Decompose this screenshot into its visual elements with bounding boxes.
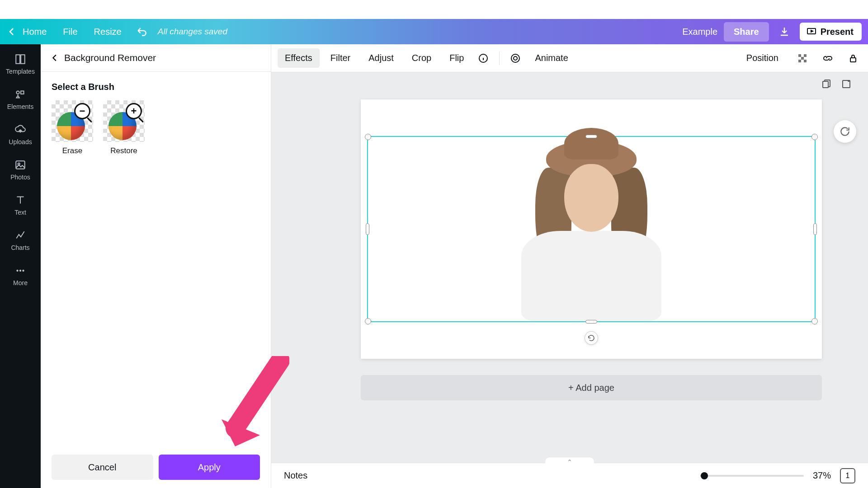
sidebar-item-label: Charts [11, 244, 29, 251]
main-sidebar: Templates Elements Uploads Photos Text C… [0, 44, 41, 488]
resize-handle-left[interactable] [366, 223, 369, 235]
svg-rect-1 [16, 55, 20, 64]
sidebar-item-uploads[interactable]: Uploads [0, 121, 41, 148]
resize-handle-br[interactable] [811, 318, 818, 324]
present-button[interactable]: Present [800, 23, 862, 41]
sidebar-item-label: Elements [7, 103, 33, 110]
add-page-button[interactable]: + Add page [361, 375, 822, 400]
svg-rect-17 [804, 60, 807, 62]
page-tools [821, 79, 852, 89]
svg-rect-15 [801, 57, 804, 60]
restore-brush-thumb: + [103, 100, 145, 142]
zoom-slider[interactable] [700, 475, 804, 477]
rotate-icon [587, 334, 595, 342]
design-page[interactable] [361, 99, 822, 359]
brush-label: Erase [62, 146, 82, 155]
canvas-area: Effects Filter Adjust Crop Flip Animate … [271, 44, 868, 488]
sidebar-item-templates[interactable]: Templates [0, 51, 41, 78]
elements-icon [14, 89, 26, 100]
flip-button[interactable]: Flip [442, 48, 471, 68]
app-header: Home File Resize All changes saved Examp… [0, 19, 868, 44]
sidebar-item-label: Text [14, 209, 26, 216]
info-icon[interactable] [477, 52, 489, 64]
svg-point-9 [22, 270, 24, 272]
svg-rect-18 [850, 58, 856, 62]
svg-rect-5 [16, 161, 25, 169]
back-arrow-icon[interactable] [6, 26, 17, 37]
lock-icon[interactable] [847, 52, 859, 64]
filter-button[interactable]: Filter [323, 48, 358, 68]
adjust-button[interactable]: Adjust [361, 48, 401, 68]
resize-handle-tr[interactable] [811, 134, 818, 140]
sidebar-item-text[interactable]: Text [0, 192, 41, 219]
example-button[interactable]: Example [682, 27, 717, 37]
effects-button[interactable]: Effects [278, 48, 320, 68]
context-toolbar: Effects Filter Adjust Crop Flip Animate … [271, 44, 868, 72]
text-icon [14, 194, 26, 206]
resize-handle-bottom[interactable] [585, 320, 597, 324]
panel-back-button[interactable]: Background Remover [41, 44, 271, 72]
zoom-percentage[interactable]: 37% [813, 470, 831, 481]
selection-frame[interactable] [367, 136, 816, 322]
svg-rect-4 [21, 91, 24, 94]
sidebar-item-more[interactable]: More [0, 262, 41, 289]
page-count-badge[interactable]: 1 [840, 468, 855, 483]
download-icon [779, 26, 790, 37]
svg-rect-19 [823, 81, 828, 88]
svg-point-3 [16, 91, 19, 94]
notes-button[interactable]: Notes [284, 470, 307, 481]
sidebar-item-elements[interactable]: Elements [0, 86, 41, 113]
add-page-icon[interactable] [841, 79, 852, 89]
crop-button[interactable]: Crop [405, 48, 439, 68]
browser-chrome-gap [0, 0, 868, 19]
present-icon [806, 26, 817, 37]
restore-brush-option[interactable]: + Restore [103, 100, 145, 155]
apply-button[interactable]: Apply [159, 455, 260, 480]
resize-menu[interactable]: Resize [94, 27, 122, 37]
file-menu[interactable]: File [63, 27, 77, 37]
home-menu[interactable]: Home [23, 27, 47, 37]
rotate-handle[interactable] [585, 331, 598, 345]
transparency-icon[interactable] [797, 52, 808, 64]
person-image [519, 141, 664, 321]
more-icon [14, 265, 26, 277]
duplicate-page-icon[interactable] [821, 79, 832, 89]
resize-handle-right[interactable] [813, 223, 817, 235]
cancel-button[interactable]: Cancel [52, 455, 153, 480]
undo-icon[interactable] [136, 26, 148, 38]
resize-handle-top[interactable] [585, 135, 597, 138]
svg-point-12 [514, 56, 517, 60]
svg-point-7 [16, 270, 18, 272]
share-button[interactable]: Share [724, 22, 769, 42]
svg-rect-14 [804, 54, 807, 57]
comment-fab[interactable] [834, 120, 856, 143]
plus-magnifier-icon: + [126, 103, 142, 119]
chevron-left-icon [50, 53, 60, 63]
animate-button[interactable]: Animate [528, 48, 575, 68]
minus-magnifier-icon: − [74, 103, 90, 119]
svg-point-8 [19, 270, 21, 272]
animate-icon[interactable] [509, 52, 521, 64]
expand-notch[interactable] [545, 457, 594, 463]
charts-icon [14, 230, 26, 241]
brush-label: Restore [110, 146, 137, 155]
download-button[interactable] [775, 23, 793, 41]
sidebar-item-charts[interactable]: Charts [0, 227, 41, 254]
erase-brush-option[interactable]: − Erase [52, 100, 93, 155]
sparkle-reload-icon [839, 126, 851, 137]
sidebar-item-photos[interactable]: Photos [0, 156, 41, 183]
sidebar-item-label: Photos [10, 174, 30, 181]
sidebar-item-label: More [13, 279, 28, 286]
chevron-up-icon [566, 458, 573, 463]
brush-section-title: Select a Brush [52, 82, 260, 92]
left-panel: Background Remover Select a Brush − Eras… [41, 44, 271, 488]
resize-handle-bl[interactable] [365, 318, 371, 324]
toolbar-separator [499, 52, 500, 65]
resize-handle-tl[interactable] [365, 134, 371, 140]
zoom-slider-thumb[interactable] [701, 472, 708, 479]
position-button[interactable]: Position [739, 48, 786, 68]
link-icon[interactable] [822, 52, 834, 64]
svg-rect-16 [798, 60, 801, 62]
panel-title: Background Remover [64, 52, 156, 63]
erase-brush-thumb: − [52, 100, 93, 142]
